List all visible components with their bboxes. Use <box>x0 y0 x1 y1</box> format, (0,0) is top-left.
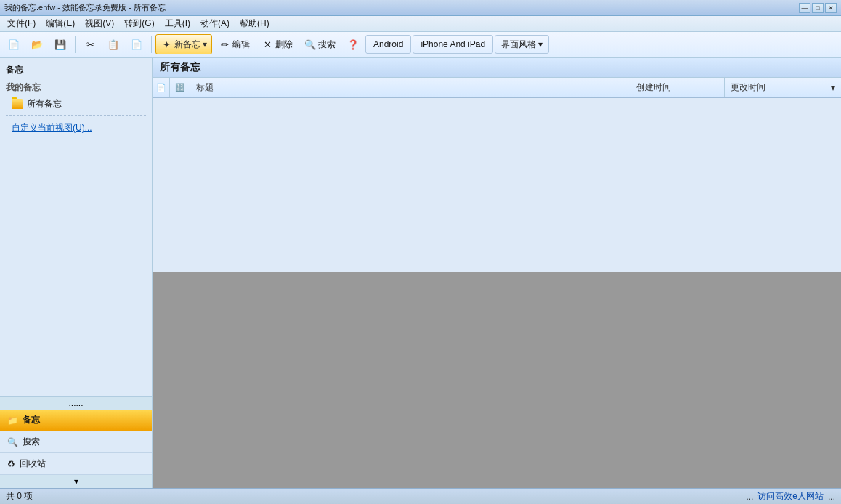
sort-arrow-icon: ▾ <box>831 83 835 93</box>
notes-list-area <box>153 98 841 272</box>
toolbar-save-button[interactable]: 💾 <box>49 34 71 54</box>
help-icon: ❓ <box>347 38 359 50</box>
menu-bar: 文件(F) 编辑(E) 视图(V) 转到(G) 工具(I) 动作(A) 帮助(H… <box>0 16 841 32</box>
table-col-created[interactable]: 创建时间 <box>630 78 725 97</box>
menu-help[interactable]: 帮助(H) <box>235 16 274 31</box>
delete-label: 删除 <box>275 38 293 51</box>
sidebar: 备忘 我的备忘 所有备忘 自定义当前视图(U)... ...... 📁 备忘 🔍… <box>0 58 153 488</box>
toolbar-paste-button[interactable]: 📄 <box>126 34 147 54</box>
notes-nav-icon: 📁 <box>7 415 18 426</box>
folder-icon <box>12 99 23 109</box>
sidebar-nav-recycle[interactable]: ♻ 回收站 <box>0 453 152 475</box>
minimize-button[interactable]: — <box>799 3 810 13</box>
restore-button[interactable]: □ <box>812 3 824 13</box>
new-note-button[interactable]: ✦ 新备忘 ▾ <box>155 34 212 54</box>
android-button[interactable]: Android <box>365 35 411 54</box>
open-icon: 📂 <box>31 38 43 50</box>
edit-button[interactable]: ✏ 编辑 <box>214 34 255 54</box>
style-button[interactable]: 界面风格 ▾ <box>495 35 549 54</box>
menu-tools[interactable]: 工具(I) <box>161 16 195 31</box>
sidebar-divider <box>6 115 146 116</box>
status-dots-icon: ... <box>746 492 753 502</box>
sidebar-bottom: ...... 📁 备忘 🔍 搜索 ♻ 回收站 ▾ <box>0 396 152 488</box>
status-item-count: 共 0 项 <box>6 490 33 503</box>
menu-view[interactable]: 视图(V) <box>81 16 118 31</box>
website-link[interactable]: 访问高效e人网站 <box>757 490 824 503</box>
table-col-title[interactable]: 标题 <box>190 78 630 97</box>
toolbar-open-button[interactable]: 📂 <box>26 34 48 54</box>
recycle-nav-label: 回收站 <box>20 458 46 470</box>
notes-table: 📄 🔢 标题 创建时间 更改时间 ▾ <box>153 78 841 98</box>
status-bar: 共 0 项 ... 访问高效e人网站 ... <box>0 488 841 504</box>
doc-icon: 📄 <box>156 83 166 92</box>
edit-label: 编辑 <box>232 38 250 51</box>
main-area: 备忘 我的备忘 所有备忘 自定义当前视图(U)... ...... 📁 备忘 🔍… <box>0 58 841 488</box>
toolbar-cut-button[interactable]: ✂ <box>79 34 101 54</box>
recycle-nav-icon: ♻ <box>7 459 15 469</box>
table-header-row: 📄 🔢 标题 创建时间 更改时间 ▾ <box>153 78 841 98</box>
title-header-label: 标题 <box>196 81 214 94</box>
new-note-label: 新备忘 <box>174 38 200 51</box>
search-icon: 🔍 <box>304 38 316 50</box>
content-panel: 所有备忘 📄 🔢 标题 创建时间 更改时间 ▾ <box>153 58 841 488</box>
toolbar: 📄 📂 💾 ✂ 📋 📄 ✦ 新备忘 ▾ ✏ 编辑 ✕ 删除 🔍 搜索 ❓ And… <box>0 32 841 58</box>
sidebar-nav-search[interactable]: 🔍 搜索 <box>0 431 152 453</box>
search-label: 搜索 <box>318 38 336 51</box>
modified-header-label: 更改时间 <box>731 81 765 94</box>
title-bar: 我的备忘.enfw - 效能备忘录免费版 - 所有备忘 — □ ✕ <box>0 0 841 16</box>
sidebar-header: 备忘 <box>0 61 152 79</box>
new-file-icon: 📄 <box>8 38 20 50</box>
new-note-arrow: ▾ <box>203 39 207 49</box>
iphone-label: iPhone And iPad <box>420 39 485 49</box>
table-col-modified[interactable]: 更改时间 ▾ <box>725 78 841 97</box>
sidebar-item-all-notes-label: 所有备忘 <box>27 98 62 110</box>
help-circle-button[interactable]: ❓ <box>342 34 364 54</box>
status-more-icon: ... <box>828 492 835 502</box>
search-nav-label: 搜索 <box>23 436 40 448</box>
delete-button[interactable]: ✕ 删除 <box>256 34 298 54</box>
close-button[interactable]: ✕ <box>825 3 837 13</box>
cut-icon: ✂ <box>84 38 96 50</box>
table-col-icon: 📄 <box>153 78 170 97</box>
title-bar-controls: — □ ✕ <box>799 3 837 13</box>
sidebar-scroll-button[interactable]: ...... <box>0 397 152 410</box>
sidebar-item-all-notes[interactable]: 所有备忘 <box>0 96 152 113</box>
toolbar-separator-1 <box>75 36 76 53</box>
new-note-icon: ✦ <box>161 38 172 50</box>
num-header: 🔢 <box>175 83 185 92</box>
notes-header: 所有备忘 <box>153 58 841 78</box>
toolbar-separator-2 <box>151 36 152 53</box>
android-label: Android <box>373 39 403 49</box>
delete-icon: ✕ <box>261 38 273 50</box>
created-header-label: 创建时间 <box>636 81 671 94</box>
custom-view-link[interactable]: 自定义当前视图(U)... <box>0 119 152 137</box>
search-button[interactable]: 🔍 搜索 <box>299 34 341 54</box>
notes-preview-area <box>153 272 841 488</box>
sidebar-scroll-down-button[interactable]: ▾ <box>0 475 152 488</box>
menu-file[interactable]: 文件(F) <box>3 16 40 31</box>
paste-icon: 📄 <box>131 38 142 50</box>
menu-edit[interactable]: 编辑(E) <box>41 16 79 31</box>
edit-icon: ✏ <box>219 38 230 50</box>
iphone-button[interactable]: iPhone And iPad <box>413 35 493 54</box>
title-bar-text: 我的备忘.enfw - 效能备忘录免费版 - 所有备忘 <box>4 2 166 13</box>
menu-goto[interactable]: 转到(G) <box>120 16 158 31</box>
copy-icon: 📋 <box>107 38 119 50</box>
toolbar-copy-button[interactable]: 📋 <box>102 34 124 54</box>
search-nav-icon: 🔍 <box>7 437 18 447</box>
menu-action[interactable]: 动作(A) <box>196 16 234 31</box>
toolbar-new-file-button[interactable]: 📄 <box>3 34 25 54</box>
sidebar-tree: 备忘 我的备忘 所有备忘 自定义当前视图(U)... <box>0 58 152 396</box>
style-label: 界面风格 ▾ <box>501 38 543 51</box>
ellipsis-icon: ...... <box>68 398 83 408</box>
sidebar-nav-notes[interactable]: 📁 备忘 <box>0 410 152 431</box>
save-icon: 💾 <box>54 38 66 50</box>
table-col-num: 🔢 <box>170 78 190 97</box>
scroll-down-icon: ▾ <box>74 476 78 487</box>
notes-nav-label: 备忘 <box>23 414 40 426</box>
sidebar-section-my-notes: 我的备忘 <box>0 79 152 96</box>
